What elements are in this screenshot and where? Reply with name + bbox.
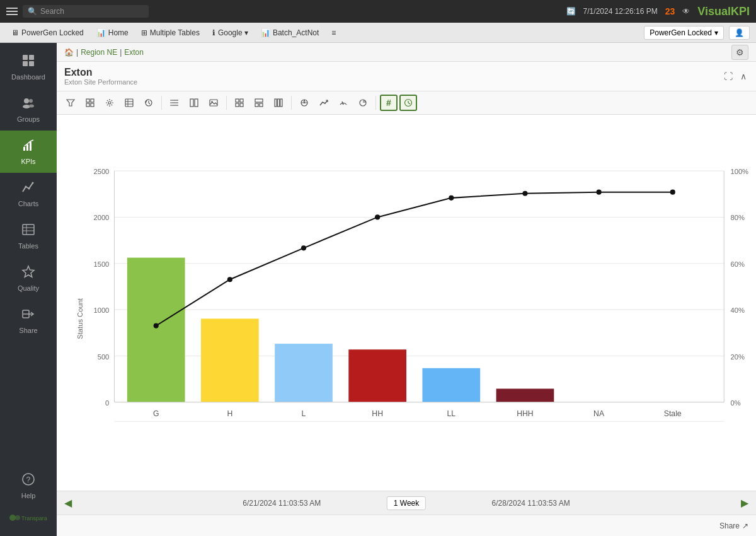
user-icon: 👤 <box>735 28 744 37</box>
svg-rect-52 <box>255 103 258 107</box>
sidebar-label-charts: Charts <box>18 200 38 207</box>
svg-point-42 <box>171 105 172 106</box>
toolbar-clock[interactable] <box>399 95 417 111</box>
toolbar-block[interactable] <box>185 95 203 111</box>
more-icon: ≡ <box>331 28 336 37</box>
svg-text:H: H <box>227 409 232 418</box>
sidebar-item-charts[interactable]: Charts <box>0 173 57 215</box>
panel-subtitle: Exton Site Performance <box>64 78 722 86</box>
search-placeholder: Search <box>40 7 64 16</box>
toolbar-layout[interactable] <box>81 95 99 111</box>
toolbar-trend[interactable] <box>315 95 333 111</box>
toolbar-pie[interactable] <box>354 95 372 111</box>
nav-label-home: Home <box>108 28 129 37</box>
svg-text:Transpara: Transpara <box>21 515 47 521</box>
profile-dropdown[interactable]: PowerGen Locked ▾ <box>644 26 724 40</box>
collapse-icon[interactable]: ∧ <box>738 69 748 83</box>
svg-line-59 <box>342 102 343 105</box>
home-icon[interactable]: 🏠 <box>64 48 74 57</box>
breadcrumb-settings-icon[interactable]: ⚙ <box>731 45 748 60</box>
sidebar-item-dashboard[interactable]: Dashboard <box>0 46 57 88</box>
line-dot-6 <box>522 191 527 196</box>
svg-line-63 <box>408 103 410 104</box>
sidebar-label-kpis: KPIs <box>21 158 35 165</box>
breadcrumb-separator-1: | <box>76 48 78 57</box>
search-icon: 🔍 <box>28 7 37 16</box>
svg-text:L: L <box>302 409 306 418</box>
nav-label-multipletables: Multiple Tables <box>150 28 200 37</box>
toolbar-hash[interactable]: # <box>380 95 398 111</box>
nav-bar: 🖥 PowerGen Locked 📊 Home ⊞ Multiple Tabl… <box>0 23 756 43</box>
svg-marker-18 <box>23 266 34 277</box>
toolbar-list[interactable] <box>166 95 183 111</box>
svg-rect-49 <box>236 103 239 107</box>
line-dot-1 <box>154 323 159 329</box>
toolbar-grid1[interactable] <box>231 95 248 111</box>
sidebar-item-share[interactable]: Share <box>0 300 57 342</box>
toolbar-grid2[interactable] <box>250 95 268 111</box>
svg-text:Stale: Stale <box>664 409 682 418</box>
svg-point-40 <box>171 100 172 101</box>
prev-arrow[interactable]: ◀ <box>64 497 72 509</box>
nav-item-google[interactable]: ℹ Google ▾ <box>207 26 253 39</box>
hamburger-menu[interactable] <box>6 8 18 15</box>
toolbar-grid3[interactable] <box>270 95 287 111</box>
panel: Exton Exton Site Performance ⛶ ∧ <box>57 62 756 536</box>
nav-label-batchactnot: Batch_ActNot <box>273 28 319 37</box>
top-bar-left: 🔍 Search <box>6 5 149 18</box>
toolbar-sep-2 <box>226 96 227 110</box>
chart-icon-batch: 📊 <box>261 28 270 37</box>
svg-text:LL: LL <box>447 409 456 418</box>
svg-point-22 <box>9 515 16 521</box>
svg-rect-1 <box>29 55 34 60</box>
svg-point-12 <box>28 188 30 190</box>
time-range-button[interactable]: 1 Week <box>387 496 426 510</box>
sidebar-item-quality[interactable]: Quality <box>0 257 57 300</box>
svg-rect-3 <box>29 61 34 66</box>
toolbar-geo[interactable] <box>295 95 313 111</box>
nav-item-powergenlocked[interactable]: 🖥 PowerGen Locked <box>6 26 89 39</box>
svg-marker-25 <box>67 100 74 106</box>
svg-rect-50 <box>240 103 243 107</box>
svg-rect-31 <box>125 99 133 107</box>
toolbar-settings[interactable] <box>101 95 118 111</box>
chart-icon-home: 📊 <box>96 28 106 37</box>
sidebar-label-groups: Groups <box>17 115 40 123</box>
toolbar-gauge[interactable] <box>335 95 352 111</box>
breadcrumb-region[interactable]: Region NE <box>81 48 117 57</box>
bar-l <box>275 344 333 402</box>
nav-item-multipletables[interactable]: ⊞ Multiple Tables <box>136 26 205 39</box>
user-dropdown[interactable]: 👤 <box>729 26 750 40</box>
svg-rect-10 <box>30 142 32 151</box>
alert-count[interactable]: 23 <box>665 6 675 16</box>
help-icon: ? <box>21 472 35 489</box>
panel-header: Exton Exton Site Performance ⛶ ∧ <box>57 62 756 91</box>
expand-icon[interactable]: ⛶ <box>722 69 735 83</box>
toolbar-sep-4 <box>375 96 376 110</box>
breadcrumb-site[interactable]: Exton <box>124 48 144 57</box>
share-button[interactable]: Share ↗ <box>719 521 748 530</box>
nav-item-batchactnot[interactable]: 📊 Batch_ActNot <box>256 26 324 39</box>
svg-rect-27 <box>91 99 94 102</box>
left-date: 6/21/2024 11:03:53 AM <box>243 499 321 508</box>
grid-icon: ⊞ <box>141 28 147 37</box>
nav-item-home[interactable]: 📊 Home <box>91 26 134 39</box>
sidebar: Dashboard Groups <box>0 43 57 536</box>
toolbar-filter[interactable] <box>62 95 79 111</box>
refresh-icon: 🔄 <box>566 7 576 16</box>
toolbar-history[interactable] <box>140 95 158 111</box>
sidebar-item-help[interactable]: ? Help <box>0 465 57 507</box>
tables-icon <box>21 223 35 240</box>
sidebar-item-tables[interactable]: Tables <box>0 215 57 257</box>
svg-text:HH: HH <box>372 409 383 418</box>
toolbar-table[interactable] <box>120 95 138 111</box>
share-external-icon: ↗ <box>742 521 748 530</box>
sidebar-item-groups[interactable]: Groups <box>0 88 57 131</box>
search-box[interactable]: 🔍 Search <box>23 5 149 18</box>
transpara-logo: Transpara <box>4 507 52 530</box>
next-arrow[interactable]: ▶ <box>741 497 748 509</box>
nav-item-more[interactable]: ≡ <box>326 26 341 39</box>
sidebar-item-kpis[interactable]: KPIs <box>0 131 57 173</box>
svg-text:1500: 1500 <box>93 260 109 268</box>
toolbar-image[interactable] <box>205 95 222 111</box>
